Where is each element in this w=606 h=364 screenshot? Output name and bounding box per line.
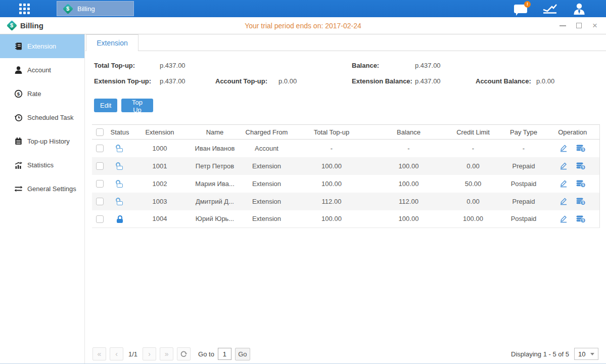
cell-name: Юрий Юрь... [187, 210, 243, 228]
table-row: 1003 Дмитрий Д... Extension 112.00 112.0… [92, 193, 599, 210]
first-page-button[interactable]: « [92, 347, 106, 360]
minimize-icon[interactable] [558, 22, 567, 30]
billing-app-tab[interactable]: $ Billing [57, 1, 134, 16]
goto-page-input[interactable] [218, 348, 231, 360]
col-charged-from: Charged From [243, 125, 291, 140]
close-icon[interactable]: × [591, 22, 599, 30]
pagination-summary: Displaying 1 - 5 of 5 10 [511, 347, 598, 361]
person-icon [14, 66, 23, 74]
svg-text:$: $ [17, 91, 20, 97]
sidebar-item-rate[interactable]: $ Rate [0, 82, 84, 106]
svg-text:$: $ [582, 183, 584, 187]
billing-diamond-icon: $ [62, 3, 73, 14]
lock-icon[interactable] [116, 145, 124, 152]
svg-text:$: $ [582, 148, 584, 152]
edit-icon[interactable] [560, 215, 568, 223]
col-status: Status [107, 125, 132, 140]
notification-badge: ! [524, 1, 531, 8]
cell-credit-limit: - [445, 140, 501, 157]
cell-total-topup: 112.00 [291, 193, 372, 210]
balance-value: p.437.00 [415, 62, 441, 69]
select-row-checkbox[interactable] [96, 162, 104, 170]
cell-extension: 1002 [132, 175, 187, 193]
col-extension: Extension [132, 125, 187, 140]
bar-chart-icon [14, 161, 23, 169]
sidebar-item-scheduled-task[interactable]: Scheduled Task [0, 106, 84, 129]
messages-icon[interactable]: ! [514, 5, 527, 13]
cell-balance: - [372, 140, 445, 157]
sidebar-item-label: Scheduled Task [27, 114, 74, 121]
cell-credit-limit: 50.00 [445, 175, 501, 193]
table-row: 1004 Юрий Юрь... Extension 100.00 100.00… [92, 210, 599, 228]
cell-total-topup: 100.00 [291, 210, 372, 228]
top-up-button[interactable]: Top Up [121, 99, 153, 112]
select-row-checkbox[interactable] [96, 180, 104, 188]
cell-balance: 100.00 [372, 210, 445, 228]
app-window: $ Billing ! [0, 0, 606, 364]
edit-icon[interactable] [560, 162, 568, 170]
topup-icon[interactable]: $ [576, 179, 586, 188]
svg-text:$: $ [582, 201, 584, 205]
total-topup-value: p.437.00 [160, 62, 185, 69]
topup-icon[interactable]: $ [576, 144, 586, 152]
topup-icon[interactable]: $ [576, 162, 586, 170]
svg-text:$: $ [582, 165, 584, 169]
refresh-button[interactable] [177, 347, 191, 360]
extension-topup-label: Extension Top-up: [94, 77, 151, 85]
app-tab-label: Billing [77, 5, 95, 13]
lock-icon[interactable] [116, 162, 124, 170]
sidebar-item-statistics[interactable]: Statistics [0, 153, 84, 177]
col-operation: Operation [546, 125, 599, 140]
cell-charged-from: Extension [243, 193, 291, 210]
select-row-checkbox[interactable] [96, 198, 104, 205]
col-balance: Balance [372, 125, 445, 140]
topup-icon[interactable]: $ [576, 197, 586, 205]
previous-page-button[interactable]: ‹ [110, 347, 123, 360]
svg-text:$: $ [582, 218, 584, 222]
cell-extension: 1000 [132, 140, 187, 157]
page-size-select[interactable]: 10 [574, 348, 598, 360]
displaying-text: Displaying 1 - 5 of 5 [511, 350, 569, 358]
cell-charged-from: Account [243, 140, 291, 157]
sidebar-item-extension[interactable]: Extension [0, 34, 84, 58]
resource-monitor-icon[interactable] [542, 3, 557, 15]
lock-icon[interactable] [116, 215, 124, 223]
lock-icon[interactable] [116, 180, 124, 188]
apps-grid-icon[interactable] [19, 4, 30, 14]
edit-icon[interactable] [560, 144, 568, 152]
top-bar: $ Billing ! [0, 0, 606, 17]
select-row-checkbox[interactable] [96, 145, 104, 152]
sidebar-item-account[interactable]: Account [0, 58, 84, 82]
chevron-down-icon [590, 353, 594, 355]
cell-pay-type: Postpaid [501, 175, 546, 193]
last-page-button[interactable]: » [160, 347, 173, 360]
go-button[interactable]: Go [235, 348, 250, 360]
cell-credit-limit: 100.00 [445, 210, 501, 228]
window-header: Your trial period ends on: 2017-02-24 $ … [0, 17, 606, 34]
cell-name: Иван Иванов [187, 140, 243, 157]
cell-balance: 112.00 [372, 193, 445, 210]
cell-total-topup: 100.00 [291, 157, 372, 175]
lock-icon[interactable] [116, 198, 124, 205]
topup-icon[interactable]: $ [576, 215, 586, 223]
select-row-checkbox[interactable] [96, 215, 104, 223]
pagination: « ‹ 1/1 › » Go to Go [92, 347, 250, 361]
cell-credit-limit: 0.00 [445, 193, 501, 210]
table-row: 1001 Петр Петров Extension 100.00 100.00… [92, 157, 599, 175]
edit-icon[interactable] [560, 179, 568, 188]
tab-extension[interactable]: Extension [86, 34, 138, 51]
edit-icon[interactable] [560, 197, 568, 205]
sidebar-item-topup-history[interactable]: Top-up History [0, 129, 84, 153]
table-header-row: Status Extension Name Charged From Total… [92, 125, 599, 140]
refresh-icon [180, 350, 188, 358]
maximize-icon[interactable] [575, 22, 583, 30]
cell-name: Мария Ива... [187, 175, 243, 193]
sidebar-item-general-settings[interactable]: General Settings [0, 177, 84, 201]
next-page-button[interactable]: › [143, 347, 156, 360]
cell-pay-type: Postpaid [501, 210, 546, 228]
sidebar-item-label: General Settings [27, 185, 76, 193]
edit-button[interactable]: Edit [94, 99, 117, 112]
sidebar-item-label: Account [27, 66, 51, 74]
select-all-checkbox[interactable] [96, 128, 104, 136]
user-account-icon[interactable] [573, 3, 586, 15]
